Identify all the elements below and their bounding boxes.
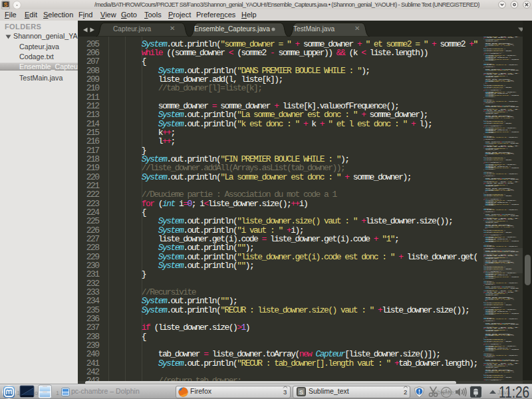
svg-text:S: S — [4, 1, 8, 7]
svg-text:S: S — [299, 389, 303, 396]
